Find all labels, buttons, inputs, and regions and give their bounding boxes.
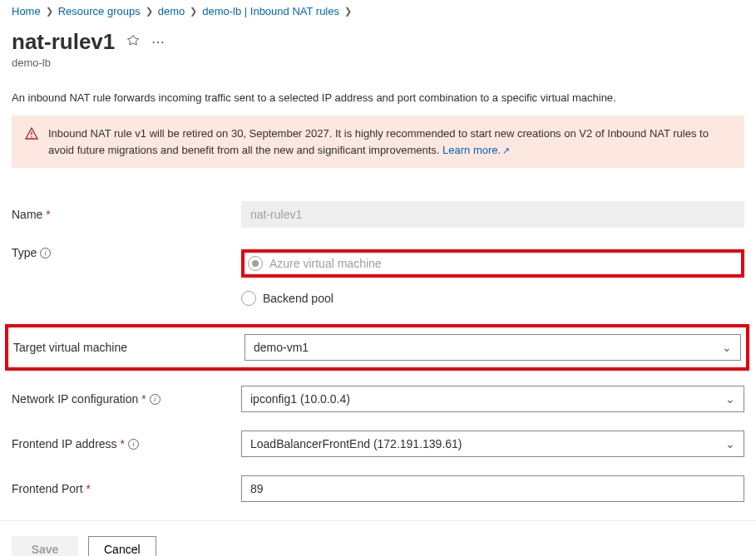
page-title: nat-rulev1 — [12, 29, 115, 55]
breadcrumb-home[interactable]: Home — [12, 5, 41, 17]
info-icon[interactable]: i — [40, 248, 51, 258]
subtitle: demo-lb — [12, 57, 744, 69]
cancel-button[interactable]: Cancel — [88, 536, 156, 556]
frontend-port-input[interactable] — [241, 475, 744, 502]
breadcrumb-demo[interactable]: demo — [158, 5, 185, 17]
save-button: Save — [12, 536, 78, 556]
breadcrumb-resource-groups[interactable]: Resource groups — [58, 5, 141, 17]
more-icon[interactable]: ⋯ — [151, 34, 166, 50]
chevron-down-icon: ⌄ — [725, 437, 735, 450]
chevron-down-icon: ⌄ — [725, 392, 735, 406]
warning-icon — [25, 125, 38, 158]
type-radio-azure-vm[interactable]: Azure virtual machine — [248, 256, 382, 271]
target-vm-select[interactable]: demo-vm1 ⌄ — [245, 334, 741, 361]
target-vm-label: Target virtual machine — [13, 341, 245, 354]
learn-more-link[interactable]: Learn more.↗ — [442, 144, 510, 156]
chevron-right-icon: ❯ — [344, 6, 352, 17]
external-link-icon: ↗ — [502, 145, 510, 155]
frontend-ip-label: Frontend IP address* i — [12, 437, 241, 450]
frontend-port-label: Frontend Port* — [12, 482, 241, 495]
chevron-right-icon: ❯ — [46, 6, 53, 17]
pin-icon[interactable] — [126, 34, 140, 50]
radio-unselected-icon — [241, 291, 256, 306]
description-text: An inbound NAT rule forwards incoming tr… — [12, 91, 744, 106]
radio-selected-icon — [248, 256, 263, 271]
footer-bar: Save Cancel — [0, 520, 756, 556]
svg-rect-1 — [31, 136, 32, 137]
type-label: Type i — [12, 246, 241, 259]
name-input — [241, 201, 744, 228]
ip-config-label: Network IP configuration* i — [12, 392, 241, 406]
breadcrumb: Home ❯ Resource groups ❯ demo ❯ demo-lb … — [12, 0, 744, 24]
info-icon[interactable]: i — [150, 394, 161, 405]
type-radio-backend-pool[interactable]: Backend pool — [241, 291, 744, 306]
chevron-right-icon: ❯ — [146, 6, 153, 17]
chevron-right-icon: ❯ — [190, 6, 197, 17]
ip-config-select[interactable]: ipconfig1 (10.0.0.4) ⌄ — [241, 386, 744, 412]
retirement-banner: Inbound NAT rule v1 will be retired on 3… — [12, 116, 744, 168]
info-icon[interactable]: i — [128, 439, 139, 450]
svg-rect-0 — [31, 132, 32, 135]
name-label: Name* — [12, 208, 241, 221]
breadcrumb-inbound-nat-rules[interactable]: demo-lb | Inbound NAT rules — [202, 5, 339, 17]
chevron-down-icon: ⌄ — [722, 341, 732, 354]
frontend-ip-select[interactable]: LoadBalancerFrontEnd (172.191.139.61) ⌄ — [241, 431, 744, 457]
banner-message: Inbound NAT rule v1 will be retired on 3… — [48, 127, 709, 156]
